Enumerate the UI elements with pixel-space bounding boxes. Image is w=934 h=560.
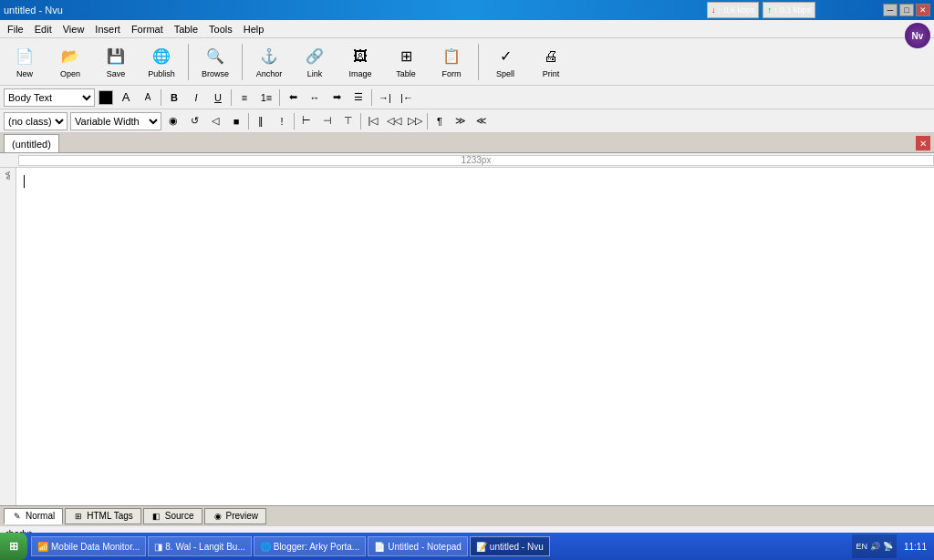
format-special2[interactable]: ≫	[451, 112, 470, 130]
source-tab[interactable]: ◧ Source	[143, 508, 202, 524]
indent-button[interactable]: →|	[376, 88, 394, 107]
taskbar-icon-1: ◨	[154, 542, 162, 552]
prev-item[interactable]: ◁	[206, 112, 224, 130]
menu-help[interactable]: Help	[238, 22, 270, 36]
normal-label: Normal	[26, 511, 55, 521]
main-toolbar: 📄 New 📂 Open 💾 Save 🌐 Publish 🔍 Browse ⚓…	[0, 38, 934, 86]
go-next[interactable]: ▷▷	[406, 112, 424, 130]
go-prev[interactable]: ◁◁	[385, 112, 403, 130]
text-color-button[interactable]	[99, 90, 113, 105]
ordered-list-button[interactable]: 1≡	[257, 88, 275, 107]
taskbar-icon-4: 📝	[476, 542, 487, 552]
html-tags-label: HTML Tags	[87, 511, 133, 521]
align-right-button[interactable]: ➡	[327, 88, 346, 107]
anchor-button[interactable]: ⚓ Anchor	[248, 41, 290, 83]
table-button[interactable]: ⊞ Table	[385, 41, 427, 83]
format-special3[interactable]: ≪	[472, 112, 491, 130]
close-button[interactable]: ✕	[916, 4, 930, 16]
fmt-sep-2	[231, 89, 232, 106]
align-justify-button[interactable]: ☰	[349, 88, 368, 107]
refresh-btn[interactable]: ↺	[185, 112, 203, 130]
align-left-button[interactable]: ⬅	[284, 88, 302, 107]
menu-format[interactable]: Format	[126, 22, 169, 36]
open-icon: 📂	[59, 46, 81, 67]
width-select[interactable]: Variable Width	[70, 112, 161, 130]
open-button[interactable]: 📂 Open	[49, 41, 91, 83]
text-cursor	[24, 175, 25, 188]
image-button[interactable]: 🖼 Image	[339, 41, 381, 83]
double-bar[interactable]: ‖	[252, 112, 270, 130]
maximize-button[interactable]: □	[899, 4, 914, 16]
link-button[interactable]: 🔗 Link	[294, 41, 336, 83]
editor-area: A a	[0, 168, 934, 505]
preview-toggle[interactable]: ◉	[164, 112, 182, 130]
menu-tools[interactable]: Tools	[203, 22, 238, 36]
window-controls: ─ □ ✕	[883, 4, 930, 16]
menu-table[interactable]: Table	[169, 22, 203, 36]
save-icon: 💾	[105, 46, 127, 67]
underline-button[interactable]: U	[209, 88, 227, 107]
toolbar-separator-1	[188, 44, 189, 80]
preview-icon: ◉	[213, 511, 223, 522]
taskbar-item-0[interactable]: 📶 Mobile Data Monitor...	[31, 536, 146, 556]
menu-edit[interactable]: Edit	[29, 22, 57, 36]
save-button[interactable]: 💾 Save	[95, 41, 137, 83]
fmt2-sep-4	[427, 113, 428, 130]
italic-button[interactable]: I	[187, 88, 205, 107]
align-block-center[interactable]: ⊣	[318, 112, 337, 130]
preview-label: Preview	[226, 511, 259, 521]
view-mode-tabs: ✎ Normal ⊞ HTML Tags ◧ Source ◉ Preview	[0, 505, 934, 525]
document-tab[interactable]: (untitled)	[4, 134, 59, 152]
menu-file[interactable]: File	[2, 22, 29, 36]
print-button[interactable]: 🖨 Print	[530, 41, 572, 83]
html-icon: ⊞	[73, 511, 84, 522]
publish-button[interactable]: 🌐 Publish	[140, 41, 182, 83]
unordered-list-button[interactable]: ≡	[235, 88, 254, 107]
browse-icon: 🔍	[204, 46, 226, 67]
html-tags-tab[interactable]: ⊞ HTML Tags	[65, 508, 141, 524]
document-tab-area: (untitled) ✕	[0, 133, 934, 153]
taskbar-item-2[interactable]: 🌐 Blogger: Arky Porta...	[254, 536, 367, 556]
align-center-button[interactable]: ↔	[306, 88, 324, 107]
anchor-icon: ⚓	[258, 46, 280, 67]
go-start[interactable]: |◁	[364, 112, 382, 130]
normal-tab[interactable]: ✎ Normal	[4, 508, 63, 524]
outdent-button[interactable]: |←	[398, 88, 416, 107]
close-tab-button[interactable]: ✕	[916, 136, 930, 150]
title-bar: untitled - Nvu ↓ ↓ 0,6 kbps ↑ ↑ 0,1 kbps…	[0, 0, 934, 20]
app-title: untitled - Nvu	[4, 5, 63, 16]
taskbar-item-4[interactable]: 📝 untitled - Nvu	[470, 536, 550, 556]
font-size-decrease[interactable]: A	[139, 88, 157, 107]
editor-sidebar: A a	[0, 168, 16, 505]
preview-tab[interactable]: ◉ Preview	[204, 508, 267, 524]
nvu-logo: Nv	[905, 23, 930, 48]
menu-view[interactable]: View	[57, 22, 90, 36]
fmt2-sep-2	[294, 113, 295, 130]
bold-button[interactable]: B	[165, 88, 183, 107]
spell-button[interactable]: ✓ Spell	[484, 41, 526, 83]
class-select[interactable]: (no class)	[4, 112, 67, 130]
align-block-left[interactable]: ⊢	[297, 112, 316, 130]
taskbar-icon-3: 📄	[374, 542, 385, 552]
start-button[interactable]: ⊞	[0, 533, 27, 560]
source-label: Source	[165, 511, 194, 521]
taskbar-icon-0: 📶	[37, 542, 48, 552]
form-button[interactable]: 📋 Form	[431, 41, 472, 83]
system-tray: EN 🔊 📡	[852, 534, 897, 558]
source-icon: ◧	[151, 511, 162, 522]
font-size-increase[interactable]: A	[117, 88, 135, 107]
minimize-button[interactable]: ─	[883, 4, 898, 16]
image-icon: 🖼	[349, 46, 371, 67]
menu-insert[interactable]: Insert	[89, 22, 126, 36]
editor-main[interactable]	[16, 168, 934, 505]
exclaim-btn[interactable]: !	[273, 112, 291, 130]
taskbar-item-1[interactable]: ◨ 8. Wal - Langit Bu...	[148, 536, 251, 556]
browse-button[interactable]: 🔍 Browse	[194, 41, 236, 83]
format-special1[interactable]: ¶	[431, 112, 449, 130]
align-block-right[interactable]: ⊤	[339, 112, 358, 130]
stop-btn[interactable]: ■	[227, 112, 245, 130]
fmt2-sep-1	[248, 113, 249, 130]
paragraph-style-select[interactable]: Body Text	[4, 88, 95, 107]
new-button[interactable]: 📄 New	[4, 41, 46, 83]
taskbar-item-3[interactable]: 📄 Untitled - Notepad	[368, 536, 468, 556]
